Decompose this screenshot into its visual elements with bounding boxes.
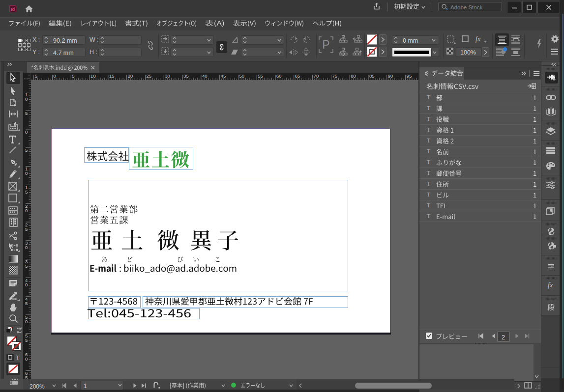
svg-text:0: 0 [25,282,28,287]
svg-text:75: 75 [332,73,337,79]
svg-text:0: 0 [25,356,28,362]
svg-text:20: 20 [128,73,133,79]
svg-text:5: 5 [25,337,28,343]
svg-text:5: 5 [25,301,28,306]
svg-text:5: 5 [25,375,28,379]
svg-text:55: 55 [258,73,263,79]
svg-text:95: 95 [407,73,412,79]
svg-text:45: 45 [221,73,226,79]
svg-text:5: 5 [25,226,28,232]
svg-text:10: 10 [90,73,96,79]
svg-text:5: 5 [25,263,28,269]
svg-text:25: 25 [147,73,152,79]
svg-text:5: 5 [72,73,74,79]
svg-text:65: 65 [295,73,300,79]
svg-text:0: 0 [25,170,28,176]
svg-text:0: 0 [25,245,28,250]
svg-text:35: 35 [183,73,189,79]
svg-text:0: 0 [54,73,56,79]
svg-text:30: 30 [165,73,170,79]
svg-text:0: 0 [25,208,28,213]
svg-text:90: 90 [388,73,393,79]
svg-text:5: 5 [25,147,28,153]
svg-text:80: 80 [351,73,356,79]
svg-text:5: 5 [35,73,37,79]
svg-text:70: 70 [314,73,319,79]
svg-text:50: 50 [239,73,244,79]
svg-text:40: 40 [202,73,208,79]
svg-text:5: 5 [25,189,28,195]
svg-text:85: 85 [369,73,375,79]
svg-text:0: 0 [25,129,28,135]
svg-text:0: 0 [25,319,28,324]
svg-text:5: 5 [25,111,28,116]
svg-text:P: P [322,38,329,51]
svg-text:60: 60 [276,73,282,79]
svg-text:0: 0 [25,96,28,102]
svg-text:15: 15 [109,73,115,79]
